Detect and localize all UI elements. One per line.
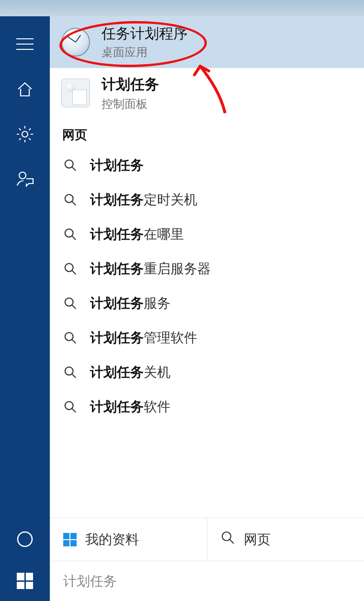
search-icon (62, 192, 79, 208)
search-icon (62, 157, 79, 173)
task-scheduler-icon (60, 27, 91, 58)
suggestion-rest: 服务 (144, 294, 171, 312)
windows-logo-icon (63, 533, 77, 546)
filter-my-stuff[interactable]: 我的资料 (50, 518, 207, 561)
svg-point-5 (18, 532, 32, 546)
web-suggestion[interactable]: 计划任务 (50, 148, 364, 183)
search-filter-bar: 我的资料 网页 (50, 518, 364, 561)
svg-point-10 (65, 229, 73, 237)
feedback-icon[interactable] (10, 164, 40, 195)
best-match-subtitle: 桌面应用 (102, 45, 188, 60)
svg-point-14 (65, 298, 73, 306)
suggestion-rest: 定时关机 (144, 191, 197, 209)
suggestion-bold: 计划任务 (90, 294, 144, 312)
filter-web-label: 网页 (244, 531, 271, 549)
search-icon (62, 330, 79, 346)
svg-line-15 (72, 305, 76, 309)
suggestion-bold: 计划任务 (90, 398, 144, 416)
svg-line-19 (72, 374, 76, 378)
svg-point-6 (65, 160, 73, 168)
suggestion-rest: 关机 (144, 363, 171, 381)
control-panel-result[interactable]: 计划任务 控制面板 (50, 68, 364, 118)
svg-line-13 (72, 271, 76, 274)
search-icon (62, 295, 79, 312)
web-suggestion[interactable]: 计划任务服务 (50, 286, 364, 321)
filter-my-stuff-label: 我的资料 (85, 531, 139, 549)
suggestion-rest: 软件 (144, 398, 171, 416)
svg-line-21 (72, 409, 76, 412)
web-suggestion[interactable]: 计划任务 关机 (50, 355, 364, 390)
web-section-header: 网页 (50, 118, 364, 148)
best-match-title: 任务计划程序 (102, 24, 188, 43)
search-icon (221, 531, 235, 548)
svg-point-16 (65, 333, 73, 341)
svg-point-8 (65, 195, 73, 203)
web-suggestion[interactable]: 计划任务在哪里 (50, 217, 364, 252)
svg-line-17 (72, 340, 76, 343)
suggestion-bold: 计划任务 (90, 363, 144, 381)
search-results-panel: 任务计划程序 桌面应用 计划任务 控制面板 网页 计划任务计划任务 定时关机计划… (50, 16, 364, 561)
svg-point-12 (65, 264, 73, 272)
search-icon (62, 399, 79, 415)
svg-point-3 (22, 131, 28, 137)
search-input[interactable] (63, 574, 351, 589)
suggestion-rest: 重启服务器 (144, 260, 211, 278)
suggestion-bold: 计划任务 (90, 156, 144, 174)
svg-point-4 (19, 172, 26, 179)
suggestion-rest: 管理软件 (144, 329, 197, 347)
home-icon[interactable] (10, 74, 40, 104)
web-suggestion[interactable]: 计划任务软件 (50, 390, 364, 424)
suggestion-bold: 计划任务 (90, 191, 144, 209)
scheduled-tasks-cpl-icon (60, 78, 91, 108)
second-result-subtitle: 控制面板 (102, 96, 159, 112)
web-suggestion[interactable]: 计划任务重启服务器 (50, 252, 364, 286)
desktop-background-strip (0, 0, 364, 16)
svg-line-7 (72, 167, 76, 171)
search-icon (62, 226, 79, 243)
svg-point-18 (65, 367, 73, 375)
start-button[interactable] (0, 561, 50, 601)
suggestion-bold: 计划任务 (90, 329, 144, 347)
svg-point-20 (65, 402, 73, 410)
search-icon (62, 261, 79, 277)
suggestion-rest: 在哪里 (144, 225, 184, 243)
second-result-title: 计划任务 (102, 75, 159, 94)
cortana-icon[interactable] (0, 518, 50, 561)
web-suggestions-list: 计划任务计划任务 定时关机计划任务在哪里计划任务重启服务器计划任务服务计划任务管… (50, 148, 364, 424)
search-rail (0, 16, 50, 601)
search-box-row (50, 561, 364, 601)
suggestion-bold: 计划任务 (90, 260, 144, 278)
web-suggestion[interactable]: 计划任务 定时关机 (50, 183, 364, 217)
svg-line-9 (72, 202, 76, 205)
search-icon (62, 364, 79, 381)
suggestion-bold: 计划任务 (90, 225, 144, 243)
filter-web[interactable]: 网页 (207, 518, 364, 561)
svg-point-22 (222, 532, 231, 541)
windows-logo-icon (17, 573, 33, 589)
svg-line-23 (230, 540, 234, 543)
svg-line-11 (72, 236, 76, 240)
gear-icon[interactable] (10, 119, 40, 150)
web-suggestion[interactable]: 计划任务管理软件 (50, 321, 364, 355)
best-match-result[interactable]: 任务计划程序 桌面应用 (50, 16, 364, 68)
hamburger-icon[interactable] (10, 29, 40, 59)
